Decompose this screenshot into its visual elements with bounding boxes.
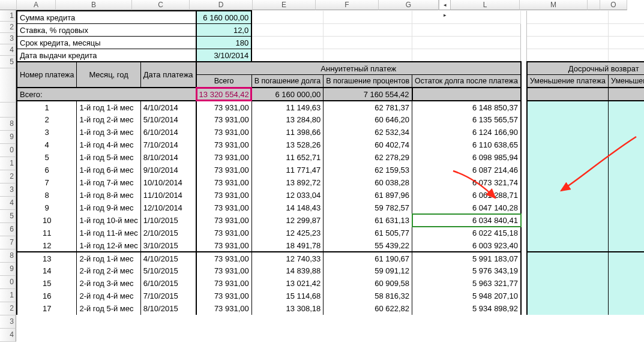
cell-num[interactable]: 7 [17, 176, 77, 189]
cell-reduce-term[interactable] [609, 239, 645, 252]
cell-principal[interactable]: 13 284,80 [251, 113, 324, 126]
cell-date[interactable]: 3/10/2015 [140, 239, 196, 252]
cell-principal[interactable]: 15 114,68 [251, 290, 324, 302]
head-early[interactable]: Досрочный возврат [527, 62, 644, 75]
cell-principal[interactable]: 12 425,23 [251, 227, 324, 239]
param-label[interactable]: Сумма кредита [17, 11, 196, 24]
cell-date[interactable]: 4/10/2015 [140, 252, 196, 264]
row-header[interactable]: 1 [0, 157, 16, 170]
cell-date[interactable]: 1/10/2015 [140, 214, 196, 227]
head-reduce-term[interactable]: Уменьшение срока [609, 75, 645, 88]
cell-principal[interactable]: 13 021,42 [251, 277, 324, 290]
cell-reduce-pay[interactable] [527, 201, 609, 214]
cell-num[interactable]: 17 [17, 302, 77, 315]
cell-reduce-pay[interactable] [527, 151, 609, 164]
col-header-m[interactable]: M [520, 0, 588, 10]
cell-num[interactable]: 1 [17, 101, 77, 113]
cell-num[interactable]: 5 [17, 151, 77, 164]
head-balance[interactable]: Остаток долга после платежа [412, 75, 521, 88]
cell-interest[interactable]: 55 439,22 [324, 239, 412, 252]
cell-interest[interactable]: 61 505,77 [324, 227, 412, 239]
cell-date[interactable]: 7/10/2014 [140, 139, 196, 151]
spreadsheet[interactable]: A B C D E F G ◂ ▸ L M O 1234589012345678… [0, 0, 644, 352]
cell-interest[interactable]: 60 038,28 [324, 176, 412, 189]
row-header[interactable]: 5 [0, 210, 16, 223]
row-header[interactable]: 9 [0, 131, 16, 144]
cell-date[interactable]: 6/10/2014 [140, 126, 196, 139]
cell-total[interactable]: 73 931,00 [196, 151, 252, 164]
cell-reduce-pay[interactable] [527, 239, 609, 252]
cell-reduce-pay[interactable] [527, 113, 609, 126]
cell-total[interactable]: 73 931,00 [196, 101, 252, 113]
cell-interest[interactable]: 59 091,12 [324, 264, 412, 277]
cell-principal[interactable]: 11 398,66 [251, 126, 324, 139]
cell-balance[interactable]: 5 976 343,19 [412, 264, 521, 277]
cell-total[interactable]: 73 931,00 [196, 113, 252, 126]
cell-balance[interactable]: 6 087 214,46 [412, 164, 521, 176]
cell-date[interactable]: 6/10/2015 [140, 277, 196, 290]
row-header[interactable]: 4 [0, 44, 16, 56]
cell-num[interactable]: 4 [17, 139, 77, 151]
head-interest[interactable]: В погашение процентов [324, 75, 412, 88]
cell-balance[interactable]: 6 034 840,41 [412, 214, 521, 227]
cell-reduce-term[interactable] [609, 189, 645, 201]
cell-reduce-pay[interactable] [527, 277, 609, 290]
cell-reduce-term[interactable] [609, 290, 645, 302]
cell-principal[interactable]: 13 308,18 [251, 302, 324, 315]
col-header-e[interactable]: E [253, 0, 316, 10]
cell-date[interactable]: 12/10/2014 [140, 201, 196, 214]
total-d[interactable]: 13 320 554,42 [196, 88, 252, 101]
cell-interest[interactable]: 62 781,37 [324, 101, 412, 113]
cell-interest[interactable]: 61 190,67 [324, 252, 412, 264]
cell[interactable] [324, 11, 412, 24]
cell-num[interactable]: 13 [17, 252, 77, 264]
cell-total[interactable]: 73 931,00 [196, 126, 252, 139]
head-month[interactable]: Месяц, год [77, 62, 140, 88]
row-header[interactable]: 8 [0, 249, 16, 263]
cell-month[interactable]: 2-й год 4-й мес [77, 290, 140, 302]
cell-month[interactable]: 2-й год 5-й мес [77, 302, 140, 315]
cell-reduce-term[interactable] [609, 151, 645, 164]
cell-reduce-term[interactable] [609, 252, 645, 264]
total-m[interactable] [609, 88, 645, 101]
cell-reduce-term[interactable] [609, 164, 645, 176]
cell-interest[interactable]: 60 402,74 [324, 139, 412, 151]
cell-balance[interactable]: 5 934 898,92 [412, 302, 521, 315]
total-g[interactable] [412, 88, 521, 101]
cell-balance[interactable]: 6 098 985,94 [412, 151, 521, 164]
col-header-o[interactable]: O [600, 0, 627, 10]
cell-reduce-pay[interactable] [527, 126, 609, 139]
cell-interest[interactable]: 61 897,96 [324, 189, 412, 201]
param-label[interactable]: Дата выдачи кредита [17, 49, 196, 62]
param-value-date[interactable]: 3/10/2014 [196, 49, 252, 62]
cell-reduce-pay[interactable] [527, 302, 609, 315]
cell-reduce-pay[interactable] [527, 164, 609, 176]
cell-date[interactable]: 4/10/2014 [140, 101, 196, 113]
cell-balance[interactable]: 5 963 321,77 [412, 277, 521, 290]
cell-total[interactable]: 73 931,00 [196, 176, 252, 189]
cell-month[interactable]: 2-й год 1-й мес [77, 252, 140, 264]
cell-date[interactable]: 8/10/2015 [140, 302, 196, 315]
cell-total[interactable]: 73 931,00 [196, 227, 252, 239]
cell-reduce-pay[interactable] [527, 139, 609, 151]
cell-month[interactable]: 1-й год 10-й мес [77, 214, 140, 227]
cell-balance[interactable]: 5 948 207,10 [412, 290, 521, 302]
column-headers[interactable]: A B C D E F G ◂ ▸ L M O [0, 0, 644, 10]
row-header[interactable]: 1 [0, 289, 16, 302]
cell[interactable] [251, 11, 324, 24]
row-header[interactable]: 4 [0, 329, 16, 342]
cell-balance[interactable]: 6 047 140,28 [412, 201, 521, 214]
col-header-d[interactable]: D [190, 0, 253, 10]
cell-num[interactable]: 9 [17, 201, 77, 214]
cell-interest[interactable]: 58 816,32 [324, 290, 412, 302]
cell-num[interactable]: 6 [17, 164, 77, 176]
cell-num[interactable]: 2 [17, 113, 77, 126]
cell-reduce-term[interactable] [609, 227, 645, 239]
total-l[interactable] [527, 88, 609, 101]
cell-reduce-pay[interactable] [527, 176, 609, 189]
cell-balance[interactable]: 6 061 288,71 [412, 189, 521, 201]
cell-reduce-pay[interactable] [527, 189, 609, 201]
row-header[interactable]: 0 [0, 276, 16, 289]
cell-interest[interactable]: 60 646,20 [324, 113, 412, 126]
param-label[interactable]: Ставка, % годовых [17, 24, 196, 37]
